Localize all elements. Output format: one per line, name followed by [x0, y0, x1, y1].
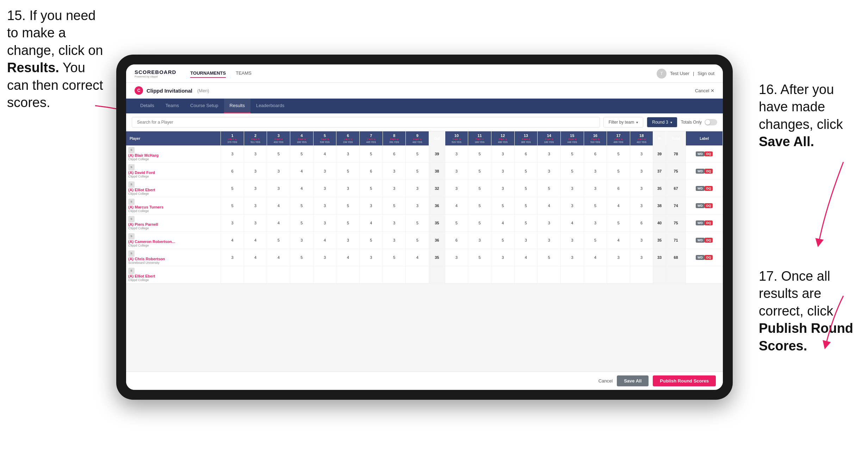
score-front-2[interactable]: 3 — [244, 180, 267, 197]
wd-button[interactable]: WD — [696, 203, 705, 208]
score-back-14[interactable]: 3 — [538, 145, 561, 163]
score-back-16[interactable] — [584, 266, 607, 284]
score-front-2[interactable] — [244, 266, 267, 284]
wd-button[interactable]: WD — [696, 151, 705, 156]
score-back-10[interactable] — [445, 266, 468, 284]
score-back-14[interactable] — [538, 266, 561, 284]
score-front-8[interactable]: 3 — [383, 214, 406, 232]
score-front-1[interactable]: 5 — [221, 197, 244, 214]
score-back-14[interactable]: 3 — [538, 232, 561, 249]
dq-button[interactable]: DQ — [705, 203, 713, 208]
cancel-tournament-button[interactable]: Cancel ✕ — [695, 88, 714, 93]
score-front-7[interactable]: 3 — [360, 249, 383, 266]
nav-item-tournaments[interactable]: TOURNAMENTS — [190, 69, 226, 78]
dq-button[interactable]: DQ — [705, 186, 713, 191]
publish-round-scores-button[interactable]: Publish Round Scores — [653, 375, 716, 386]
score-back-17[interactable]: 6 — [607, 180, 630, 197]
score-front-9[interactable]: 5 — [406, 232, 429, 249]
score-front-9[interactable]: 5 — [406, 163, 429, 180]
score-front-6[interactable]: 5 — [336, 214, 360, 232]
score-back-15[interactable] — [560, 266, 584, 284]
score-front-1[interactable]: 4 — [221, 232, 244, 249]
score-front-4[interactable]: 4 — [290, 180, 314, 197]
score-front-9[interactable]: 5 — [406, 145, 429, 163]
score-front-6[interactable]: 3 — [336, 232, 360, 249]
toggle-switch[interactable] — [705, 119, 717, 125]
score-back-14[interactable]: 3 — [538, 214, 561, 232]
score-back-18[interactable]: 3 — [630, 249, 653, 266]
tab-results[interactable]: Results — [224, 99, 250, 113]
score-back-16[interactable]: 6 — [584, 145, 607, 163]
score-back-15[interactable]: 3 — [560, 249, 584, 266]
score-back-16[interactable]: 5 — [584, 232, 607, 249]
dq-button[interactable]: DQ — [705, 238, 713, 243]
score-back-12[interactable]: 5 — [491, 197, 514, 214]
score-front-7[interactable]: 6 — [360, 163, 383, 180]
score-back-15[interactable]: 3 — [560, 197, 584, 214]
score-back-11[interactable]: 5 — [468, 180, 491, 197]
score-front-3[interactable]: 4 — [267, 214, 290, 232]
filter-by-team-dropdown[interactable]: Filter by team — [603, 117, 644, 127]
score-front-3[interactable]: 3 — [267, 180, 290, 197]
score-front-9[interactable]: 3 — [406, 197, 429, 214]
score-front-1[interactable]: 3 — [221, 214, 244, 232]
wd-button[interactable]: WD — [696, 169, 705, 174]
score-front-2[interactable]: 4 — [244, 232, 267, 249]
nav-item-teams[interactable]: TEAMS — [236, 69, 252, 78]
score-back-13[interactable] — [514, 266, 538, 284]
score-front-5[interactable]: 3 — [313, 163, 336, 180]
score-front-6[interactable]: 4 — [336, 249, 360, 266]
score-back-16[interactable]: 3 — [584, 214, 607, 232]
score-back-14[interactable]: 5 — [538, 180, 561, 197]
score-back-17[interactable] — [607, 266, 630, 284]
score-front-8[interactable]: 3 — [383, 163, 406, 180]
score-front-5[interactable]: 4 — [313, 145, 336, 163]
score-back-17[interactable]: 5 — [607, 163, 630, 180]
score-back-13[interactable]: 5 — [514, 214, 538, 232]
score-back-12[interactable]: 4 — [491, 214, 514, 232]
score-back-10[interactable]: 6 — [445, 232, 468, 249]
score-back-15[interactable]: 5 — [560, 163, 584, 180]
score-front-1[interactable]: 3 — [221, 249, 244, 266]
score-front-8[interactable]: 5 — [383, 197, 406, 214]
score-front-8[interactable]: 3 — [383, 232, 406, 249]
score-back-16[interactable]: 3 — [584, 180, 607, 197]
score-back-15[interactable]: 3 — [560, 232, 584, 249]
score-back-14[interactable]: 4 — [538, 197, 561, 214]
score-back-10[interactable]: 3 — [445, 249, 468, 266]
score-back-18[interactable]: 3 — [630, 163, 653, 180]
score-front-9[interactable]: 5 — [406, 214, 429, 232]
score-back-12[interactable] — [491, 266, 514, 284]
score-front-3[interactable]: 4 — [267, 249, 290, 266]
score-back-11[interactable]: 5 — [468, 249, 491, 266]
score-back-10[interactable]: 3 — [445, 180, 468, 197]
score-back-18[interactable]: 6 — [630, 214, 653, 232]
score-front-7[interactable]: 5 — [360, 232, 383, 249]
score-back-11[interactable]: 5 — [468, 163, 491, 180]
score-front-5[interactable] — [313, 266, 336, 284]
score-back-18[interactable] — [630, 266, 653, 284]
score-front-4[interactable]: 5 — [290, 214, 314, 232]
score-front-7[interactable]: 4 — [360, 214, 383, 232]
score-front-7[interactable] — [360, 266, 383, 284]
score-front-1[interactable]: 6 — [221, 163, 244, 180]
score-front-8[interactable] — [383, 266, 406, 284]
score-front-5[interactable]: 3 — [313, 197, 336, 214]
score-back-15[interactable]: 5 — [560, 145, 584, 163]
score-front-5[interactable]: 3 — [313, 180, 336, 197]
score-back-18[interactable]: 3 — [630, 197, 653, 214]
score-back-17[interactable]: 4 — [607, 232, 630, 249]
score-back-18[interactable]: 3 — [630, 180, 653, 197]
score-front-4[interactable]: 4 — [290, 163, 314, 180]
save-all-button[interactable]: Save All — [617, 375, 649, 386]
score-back-13[interactable]: 5 — [514, 163, 538, 180]
score-front-8[interactable]: 3 — [383, 180, 406, 197]
tab-course-setup[interactable]: Course Setup — [185, 99, 224, 113]
score-front-3[interactable] — [267, 266, 290, 284]
score-front-3[interactable]: 3 — [267, 163, 290, 180]
score-front-4[interactable]: 3 — [290, 232, 314, 249]
score-front-2[interactable]: 3 — [244, 163, 267, 180]
score-front-6[interactable]: 3 — [336, 180, 360, 197]
score-back-17[interactable]: 4 — [607, 197, 630, 214]
dq-button[interactable]: DQ — [705, 151, 713, 156]
